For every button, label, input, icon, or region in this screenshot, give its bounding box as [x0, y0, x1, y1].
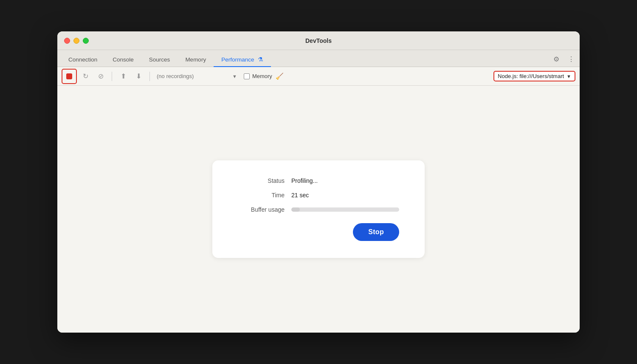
status-label: Status: [238, 177, 285, 184]
recordings-wrapper: ▼: [154, 71, 239, 81]
refresh-button[interactable]: ↻: [79, 70, 92, 83]
memory-checkbox[interactable]: [244, 73, 250, 79]
record-button[interactable]: [62, 69, 77, 84]
status-value: Profiling...: [291, 177, 318, 184]
tab-memory[interactable]: Memory: [178, 53, 214, 67]
devtools-window: DevTools Connection Console Sources Memo…: [57, 31, 580, 333]
clear-button[interactable]: ⊘: [94, 70, 107, 83]
buffer-bar-fill: [291, 207, 300, 212]
buffer-label: Buffer usage: [238, 206, 285, 213]
recordings-dropdown-button[interactable]: ▼: [231, 73, 239, 80]
stop-record-icon: [66, 73, 72, 79]
time-row: Time 21 sec: [238, 192, 399, 199]
tab-console[interactable]: Console: [105, 53, 141, 67]
target-select[interactable]: Node.js: file:///Users/stmart ▼: [493, 71, 575, 81]
download-button[interactable]: ⬇: [132, 70, 145, 83]
window-title: DevTools: [305, 37, 332, 44]
toolbar-divider-2: [149, 72, 150, 81]
close-button[interactable]: [64, 38, 70, 44]
stop-button-row: Stop: [238, 223, 399, 241]
more-options-button[interactable]: ⋮: [566, 54, 576, 64]
toolbar: ↻ ⊘ ⬆ ⬇ ▼ Memory 🧹 Node.js: file:///User…: [57, 67, 580, 86]
time-value: 21 sec: [291, 192, 309, 199]
upload-button[interactable]: ⬆: [116, 70, 130, 83]
target-select-text: Node.js: file:///Users/stmart: [498, 73, 564, 79]
minimize-button[interactable]: [73, 38, 79, 44]
tab-sources[interactable]: Sources: [141, 53, 178, 67]
maximize-button[interactable]: [83, 38, 89, 44]
memory-checkbox-wrapper: Memory: [244, 73, 272, 79]
settings-button[interactable]: ⚙: [552, 54, 561, 64]
target-dropdown-arrow-icon: ▼: [567, 74, 571, 79]
status-card: Status Profiling... Time 21 sec Buffer u…: [212, 160, 425, 258]
toolbar-divider-1: [112, 72, 112, 81]
flask-icon: ⚗: [258, 56, 263, 63]
tabbar: Connection Console Sources Memory Perfor…: [57, 50, 580, 67]
buffer-bar: [291, 207, 399, 212]
traffic-lights: [64, 38, 89, 44]
titlebar: DevTools: [57, 31, 580, 50]
buffer-row: Buffer usage: [238, 206, 399, 213]
tab-performance[interactable]: Performance ⚗: [214, 53, 271, 67]
time-label: Time: [238, 192, 285, 199]
status-row: Status Profiling...: [238, 177, 399, 184]
memory-label: Memory: [252, 73, 272, 79]
tabbar-actions: ⚙ ⋮: [552, 54, 576, 67]
recordings-input[interactable]: [154, 71, 231, 81]
stop-button[interactable]: Stop: [353, 223, 399, 241]
main-content: Status Profiling... Time 21 sec Buffer u…: [57, 86, 580, 333]
tab-connection[interactable]: Connection: [61, 53, 105, 67]
garbage-collect-button[interactable]: 🧹: [276, 73, 284, 80]
